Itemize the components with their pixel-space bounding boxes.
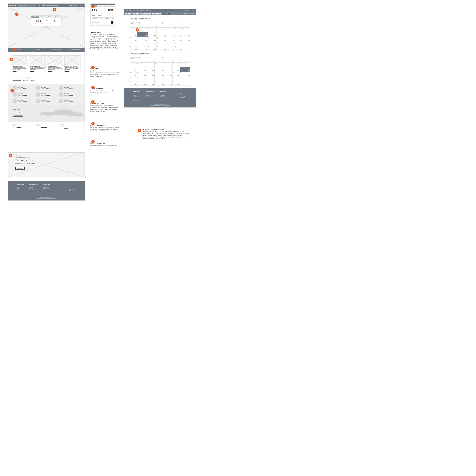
- calendar-day[interactable]: 2: [148, 28, 156, 32]
- footer-link[interactable]: Optional services and fees: [160, 93, 169, 93]
- footer-link[interactable]: Gift certificates: [160, 96, 165, 97]
- calendar-day[interactable]: 5$349: [173, 63, 180, 67]
- fare-item[interactable]: Destination details from$586: [36, 86, 57, 90]
- calendar-day[interactable]: 12$349: [137, 37, 148, 41]
- experience-card[interactable]: In flight Entertainment Pro prima feris …: [29, 55, 46, 72]
- calendar-day[interactable]: 15$349: [166, 37, 175, 41]
- calendar-day[interactable]: 8$349: [164, 67, 173, 72]
- footer-link[interactable]: Feedback: [29, 187, 33, 188]
- calendar-day[interactable]: 6$349: [180, 63, 190, 67]
- facebook-icon[interactable]: f: [72, 189, 73, 191]
- calendar-day[interactable]: 24$349: [182, 41, 190, 46]
- calendar-day[interactable]: 27$349: [148, 46, 156, 51]
- wtab-status[interactable]: Flight status: [103, 5, 109, 7]
- nav-manage[interactable]: MANAGE: [22, 5, 26, 6]
- tab-manage[interactable]: Manage trip: [54, 16, 61, 18]
- view-select[interactable]: Calendar View▾: [162, 57, 174, 59]
- footer-link[interactable]: Feedback: [146, 94, 149, 95]
- svc-package[interactable]: PACKAGE DEALS: [46, 49, 66, 51]
- search-button[interactable]: SEARCH: [163, 13, 170, 15]
- learn-more-link[interactable]: Learn more: [65, 70, 80, 71]
- tab-checkin[interactable]: Check-in: [39, 16, 46, 18]
- learn-more-link[interactable]: Learn more: [30, 70, 45, 71]
- fare-item[interactable]: Destination details from$586: [59, 86, 80, 90]
- calendar-day[interactable]: 7$349: [155, 67, 164, 72]
- footer-link[interactable]: Our mission: [17, 186, 21, 187]
- facebook-icon[interactable]: f: [183, 96, 185, 98]
- from-field[interactable]: From Where should we start?: [33, 20, 45, 24]
- svc-hotel[interactable]: FIND A HOTEL: [8, 49, 27, 51]
- calendar-day[interactable]: 4$349: [166, 28, 175, 32]
- calendar-day[interactable]: 5$349: [137, 67, 146, 72]
- svc-car[interactable]: RENT A CAR: [27, 49, 46, 51]
- footer-link[interactable]: Optional services and fees: [43, 186, 52, 187]
- calendar-day[interactable]: 2: [146, 63, 155, 67]
- learn-more-link[interactable]: Learn more: [13, 70, 27, 71]
- calendar-day[interactable]: 6$349: [146, 67, 155, 72]
- fare-item[interactable]: Destination details from$586: [59, 92, 80, 97]
- footer-link[interactable]: TruBlue Rewards: [160, 95, 166, 96]
- calendar-day[interactable]: 22$349: [164, 76, 173, 81]
- calendar-day[interactable]: 6$349: [182, 28, 190, 32]
- month-select[interactable]: April 2019▾: [130, 57, 139, 59]
- privacy-link[interactable]: Privacy notice: [17, 193, 22, 194]
- calendar-day[interactable]: 16$349: [175, 37, 182, 41]
- calendar-day-selected[interactable]: 5Lowest$255: [137, 32, 148, 37]
- svc-more[interactable]: ADDITIONAL SERVICES: [65, 49, 85, 51]
- calendar-day[interactable]: 23$349: [173, 76, 180, 81]
- footer-search-input[interactable]: Search…: [70, 183, 75, 185]
- footer-link[interactable]: Contact us: [29, 186, 33, 187]
- nav-travel[interactable]: Travel Information: [41, 5, 49, 6]
- nav-rewards[interactable]: TruBlue Rewards: [50, 5, 57, 6]
- calendar-day[interactable]: 7$349: [156, 32, 166, 37]
- calendar-day[interactable]: 16$349: [173, 72, 180, 76]
- fare-item[interactable]: Destination details from$586: [36, 92, 57, 97]
- calendar-day[interactable]: 30$349: [175, 46, 182, 51]
- footer-link[interactable]: Service delay alert: [146, 96, 152, 97]
- calendar-day[interactable]: 15$349: [164, 72, 173, 76]
- calendar-day[interactable]: 6$349: [148, 32, 156, 37]
- calendar-day[interactable]: 25$349: [130, 46, 137, 51]
- experience-card[interactable]: Baggage Restrictions Lorem ipsum dolor s…: [12, 55, 28, 72]
- tab-bestsellers[interactable]: Best sellers: [23, 80, 28, 82]
- calendar-day[interactable]: 14$349: [155, 72, 164, 76]
- footer-link[interactable]: Service delay alert: [29, 189, 36, 190]
- user-icon[interactable]: 👤: [190, 10, 191, 11]
- tab-recommend[interactable]: Recommendations: [13, 80, 21, 82]
- calendar-day[interactable]: 4$349: [130, 32, 137, 37]
- promo-link[interactable]: Learn more: [64, 127, 68, 128]
- calendar-day[interactable]: 25$349: [130, 81, 137, 85]
- privacy-link[interactable]: Privacy notice: [134, 100, 139, 101]
- find-fare-button[interactable]: Find the best fare: [13, 114, 23, 117]
- to-field[interactable]: To Where are you going?: [48, 20, 59, 24]
- nav-book[interactable]: BOOK: [18, 5, 21, 6]
- calendar-day[interactable]: 13$349: [146, 72, 155, 76]
- from-airport[interactable]: LAX Los Angeles, CA: [92, 9, 98, 14]
- learn-more-link[interactable]: Learn more: [48, 70, 62, 71]
- calendar-day[interactable]: 29$349: [166, 46, 175, 51]
- calendar-day[interactable]: 28$349: [155, 81, 164, 85]
- search-icon[interactable]: 🔍 Search…: [180, 90, 187, 92]
- go-button[interactable]: ›: [111, 21, 114, 24]
- footer-link[interactable]: Careers: [134, 94, 136, 95]
- footer-link[interactable]: Trackables: [146, 95, 149, 96]
- calendar-day[interactable]: 20$349: [148, 41, 156, 46]
- month-select[interactable]: April 2019▾: [130, 22, 139, 24]
- fare-item[interactable]: Destination details from$586: [13, 92, 34, 97]
- calendar-day[interactable]: 4$349: [130, 67, 137, 72]
- fare-item[interactable]: Destination details from$586: [36, 99, 57, 103]
- search-dates[interactable]: Mon, Apr 5 – Sat, Apr 10: [140, 13, 151, 15]
- tab-book[interactable]: Book: [31, 16, 39, 18]
- terms-link[interactable]: Terms and conditions apply: [47, 198, 56, 199]
- calendar-day[interactable]: 23$349: [175, 41, 182, 46]
- calendar-day[interactable]: 27$349: [146, 81, 155, 85]
- footer-link[interactable]: Media: [17, 188, 19, 189]
- user-icon[interactable]: 👤: [78, 5, 79, 6]
- promo-link[interactable]: Download the app: [41, 126, 47, 127]
- calendar-day[interactable]: 18$349: [130, 76, 137, 81]
- tab-status[interactable]: Flight status: [46, 16, 54, 18]
- footer-link[interactable]: Trackables: [29, 188, 33, 189]
- calendar-day-selected[interactable]: 10Lowest$255: [180, 67, 190, 72]
- footer-link[interactable]: Gift certificates: [43, 189, 48, 190]
- advanced-search-link[interactable]: Advanced Search ▾: [92, 22, 99, 23]
